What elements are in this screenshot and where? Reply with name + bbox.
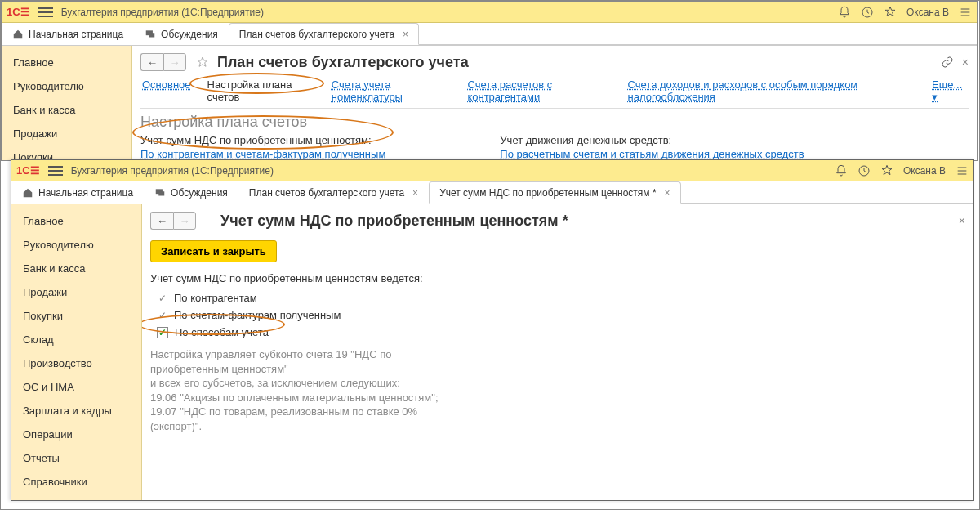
vat-link[interactable]: По контрагентам и счетам-фактурам получе… — [140, 148, 385, 160]
foreground-window: 1С☰ Бухгалтерия предприятия (1С:Предприя… — [11, 159, 974, 501]
window2-sidebar: Главное Руководителю Банк и касса Продаж… — [11, 204, 142, 500]
save-and-close-button[interactable]: Записать и закрыть — [150, 240, 277, 262]
subtab-setup[interactable]: Настройка плана счетов — [207, 78, 315, 103]
page-title: Учет сумм НДС по приобретенным ценностям… — [220, 212, 568, 230]
user-name[interactable]: Оксана В — [906, 7, 949, 18]
svg-rect-5 — [158, 191, 164, 195]
form-intro: Учет сумм НДС по приобретенным ценностям… — [150, 272, 965, 284]
home-icon — [12, 29, 24, 40]
close-icon[interactable]: × — [959, 214, 965, 227]
help-text: Настройка управляет субконто счета 19 "Н… — [150, 347, 444, 433]
app-title: Бухгалтерия предприятия (1С:Предприятие) — [61, 7, 264, 18]
sidebar-item[interactable]: Отчеты — [11, 446, 141, 470]
sidebar-item[interactable]: Склад — [11, 328, 141, 351]
background-window: 1С☰ Бухгалтерия предприятия (1С:Предприя… — [1, 1, 978, 161]
tab-discussions[interactable]: Обсуждения — [134, 23, 229, 45]
chat-icon — [145, 29, 156, 40]
menu-icon[interactable] — [48, 163, 63, 178]
home-icon — [22, 187, 33, 199]
window1-content: ← → План счетов бухгалтерского учета × О… — [132, 46, 977, 160]
option-by-invoice: По счетам-фактурам полученным — [150, 306, 965, 324]
sidebar-item[interactable]: Главное — [2, 51, 131, 74]
user-name[interactable]: Оксана В — [903, 165, 946, 177]
section-heading: Настройка плана счетов — [140, 114, 969, 131]
cashflow-label: Учет движения денежных средств: — [500, 134, 804, 146]
tab-chart-of-accounts-label: План счетов бухгалтерского учета — [239, 29, 394, 40]
logo-1c: 1С☰ — [7, 6, 30, 18]
cashflow-link[interactable]: По расчетным счетам и статьям движения д… — [500, 148, 804, 160]
tab-home-label: Начальная страница — [38, 187, 133, 199]
close-icon[interactable]: × — [403, 29, 408, 40]
sidebar-item[interactable]: Банк и касса — [11, 257, 141, 280]
more-icon[interactable] — [959, 6, 972, 19]
page-title: План счетов бухгалтерского учета — [217, 54, 469, 71]
tab-discussions-label: Обсуждения — [161, 29, 218, 40]
option-label: По контрагентам — [174, 292, 257, 304]
option-by-counterparty: По контрагентам — [150, 289, 965, 306]
link-icon[interactable] — [941, 56, 954, 69]
forward-button[interactable]: → — [163, 53, 186, 71]
subtab-nomenclature[interactable]: Счета учета номенклатуры — [332, 78, 452, 103]
option-label: По счетам-фактурам полученным — [174, 309, 341, 321]
close-icon[interactable]: × — [962, 56, 969, 69]
history-icon[interactable] — [858, 164, 871, 177]
check-icon — [157, 293, 167, 303]
tab-home[interactable]: Начальная страница — [2, 23, 134, 45]
favorite-icon[interactable] — [196, 56, 209, 69]
menu-icon[interactable] — [38, 5, 53, 20]
window1-header: 1С☰ Бухгалтерия предприятия (1С:Предприя… — [2, 2, 977, 23]
logo-1c: 1С☰ — [16, 164, 40, 177]
window2-content: ← → Учет сумм НДС по приобретенным ценно… — [142, 204, 973, 500]
sidebar-item[interactable]: Продажи — [11, 280, 141, 304]
tab-chart-of-accounts[interactable]: План счетов бухгалтерского учета × — [238, 181, 429, 204]
subtab-tax[interactable]: Счета доходов и расходов с особым порядк… — [628, 78, 915, 103]
vat-label: Учет сумм НДС по приобретенным ценностям… — [140, 134, 385, 146]
tab-vat-settings[interactable]: Учет сумм НДС по приобретенным ценностям… — [429, 181, 680, 204]
history-icon[interactable] — [861, 6, 874, 19]
forward-button[interactable]: → — [173, 212, 196, 230]
checkbox[interactable] — [157, 327, 168, 338]
more-icon[interactable] — [956, 164, 969, 177]
tab-chart-of-accounts[interactable]: План счетов бухгалтерского учета × — [229, 23, 419, 45]
window2-header: 1С☰ Бухгалтерия предприятия (1С:Предприя… — [11, 160, 973, 181]
subtab-main[interactable]: Основное — [142, 78, 191, 103]
tab-home[interactable]: Начальная страница — [11, 181, 144, 204]
sidebar-item[interactable]: Главное — [11, 209, 141, 233]
sidebar-item[interactable]: Операции — [11, 423, 141, 446]
sidebar-item[interactable]: Зарплата и кадры — [11, 399, 141, 423]
sidebar-item[interactable]: Руководителю — [2, 74, 131, 98]
bell-icon[interactable] — [835, 164, 848, 177]
back-button[interactable]: ← — [140, 53, 163, 71]
window2-tabstrip: Начальная страница Обсуждения План счето… — [11, 181, 973, 204]
sidebar-item[interactable]: ОС и НМА — [11, 375, 141, 399]
svg-rect-2 — [149, 33, 154, 37]
subtab-counterparties[interactable]: Счета расчетов с контрагентами — [467, 78, 611, 103]
subtabs: Основное Настройка плана счетов Счета уч… — [140, 75, 969, 109]
star-icon[interactable] — [880, 164, 893, 177]
option-label: По способам учета — [175, 326, 269, 338]
subtab-more[interactable]: Еще... ▾ — [932, 78, 967, 103]
sidebar-item[interactable]: Банк и касса — [2, 98, 131, 122]
sidebar-item[interactable]: Продажи — [2, 122, 131, 145]
check-icon — [157, 310, 167, 320]
option-by-accounting-method[interactable]: По способам учета — [150, 324, 965, 341]
bell-icon[interactable] — [838, 6, 851, 19]
star-icon[interactable] — [884, 6, 897, 19]
window1-sidebar: Главное Руководителю Банк и касса Продаж… — [2, 46, 132, 160]
sidebar-item[interactable]: Справочники — [11, 470, 141, 494]
tab-discussions-label: Обсуждения — [171, 187, 228, 199]
sidebar-item[interactable]: Руководителю — [11, 233, 141, 257]
tab-chart-of-accounts-label: План счетов бухгалтерского учета — [249, 187, 404, 199]
chat-icon — [154, 187, 166, 199]
sidebar-item[interactable]: Покупки — [11, 304, 141, 328]
tab-discussions[interactable]: Обсуждения — [144, 181, 238, 204]
sidebar-item[interactable]: Производство — [11, 351, 141, 375]
app-title: Бухгалтерия предприятия (1С:Предприятие) — [71, 165, 274, 177]
tab-home-label: Начальная страница — [29, 29, 123, 40]
close-icon[interactable]: × — [665, 187, 670, 199]
tab-vat-settings-label: Учет сумм НДС по приобретенным ценностям… — [439, 187, 656, 199]
window1-tabstrip: Начальная страница Обсуждения План счето… — [2, 23, 977, 46]
back-button[interactable]: ← — [150, 212, 173, 230]
close-icon[interactable]: × — [412, 187, 418, 199]
